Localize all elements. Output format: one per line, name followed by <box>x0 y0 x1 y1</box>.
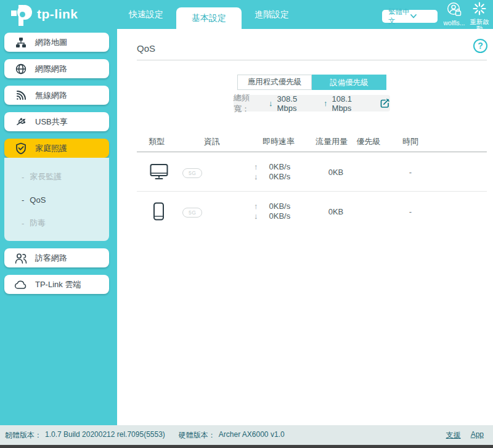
submenu-item-antivirus[interactable]: - 防毒 <box>22 218 109 229</box>
band-badge-label: 5G <box>182 208 202 218</box>
download-rate-value: 0KB/s <box>269 172 291 182</box>
footer-links: 支援 App <box>446 430 484 441</box>
sidebar-item-label: 無線網路 <box>35 90 67 101</box>
phone-icon <box>153 202 165 221</box>
upload-rate-value: 0KB/s <box>269 202 291 211</box>
column-header-time: 時間 <box>402 131 418 152</box>
sidebar: 網路地圖 網際網路 無線網路 <box>0 29 117 425</box>
homecare-submenu: - 家長監護 - QoS - 防毒 <box>4 158 109 241</box>
reboot-label: 重新啟動 <box>468 18 491 32</box>
firmware-version-value: 1.0.7 Build 20200212 rel.7095(5553) <box>45 430 165 441</box>
sidebar-item-internet[interactable]: 網際網路 <box>4 59 109 78</box>
table-header-row: 類型 資訊 即時速率 流量用量 優先級 時間 <box>137 131 487 152</box>
bandwidth-label: 總頻寬： <box>234 92 264 115</box>
sidebar-item-guest-network[interactable]: 訪客網路 <box>4 248 109 267</box>
language-dropdown[interactable]: 繁體中文 <box>382 10 438 23</box>
footer-bar: 韌體版本： 1.0.7 Build 20200212 rel.7095(5553… <box>0 425 493 445</box>
sidebar-item-label: 家庭照護 <box>35 143 67 154</box>
rate-arrows: ↑ ↓ <box>254 162 258 182</box>
time-value: - <box>403 207 418 216</box>
up-arrow-icon: ↑ <box>254 162 258 172</box>
column-header-priority: 優先級 <box>357 131 381 152</box>
download-arrow-icon: ↓ <box>269 99 273 108</box>
tab-device-priority[interactable]: 設備優先級 <box>312 75 386 90</box>
main-content: QoS ? 應用程式優先級 設備優先級 總頻寬： ↓ 308.5 Mbps ↑ … <box>117 29 493 425</box>
rate-values: 0KB/s 0KB/s <box>269 202 291 221</box>
sidebar-item-label: 訪客網路 <box>35 253 67 264</box>
hardware-version-label: 硬體版本： <box>179 430 216 441</box>
sidebar-item-label: TP-Link 雲端 <box>35 279 81 290</box>
app-link[interactable]: App <box>471 430 484 441</box>
page-title: QoS <box>137 43 487 54</box>
main-nav-tabs: 快速設定 基本設定 進階設定 <box>118 0 299 29</box>
reboot-button[interactable]: 重新啟動 <box>467 2 492 33</box>
realtime-rate-cell: ↑ ↓ 0KB/s 0KB/s <box>254 202 290 221</box>
hardware-version: 硬體版本： Archer AX6000 v1.0 <box>179 430 285 441</box>
tp-link-logo-icon <box>10 3 33 26</box>
column-header-realtime-rate: 即時速率 <box>263 131 295 152</box>
upload-rate-value: 0KB/s <box>269 162 291 172</box>
tp-link-logo: tp-link <box>10 3 78 26</box>
submenu-item-qos[interactable]: - QoS <box>22 195 109 205</box>
user-account-button[interactable]: wolfls... <box>440 2 468 26</box>
usb-icon <box>15 116 27 128</box>
priority-mode-tabs: 應用程式優先級 設備優先級 <box>237 75 386 90</box>
toggle-knob <box>389 212 399 222</box>
down-arrow-icon: ↓ <box>254 211 258 221</box>
upload-arrow-icon: ↑ <box>324 99 328 108</box>
firmware-version-label: 韌體版本： <box>5 430 42 441</box>
username-label: wolfls... <box>440 20 468 26</box>
rate-arrows: ↑ ↓ <box>254 202 258 221</box>
table-row: 5G ↑ ↓ 0KB/s 0KB/s 0KB - <box>137 192 487 231</box>
title-divider <box>137 60 487 60</box>
wifi-icon <box>15 90 27 101</box>
upload-bandwidth-value: 108.1 Mbps <box>332 94 372 113</box>
internet-globe-icon <box>15 63 27 75</box>
sidebar-item-tplink-cloud[interactable]: TP-Link 雲端 <box>4 275 109 294</box>
submenu-item-label: 防毒 <box>30 218 46 229</box>
dash-icon: - <box>22 195 24 205</box>
total-bandwidth-bar: 總頻寬： ↓ 308.5 Mbps ↑ 108.1 Mbps <box>234 95 390 112</box>
device-priority-table: 類型 資訊 即時速率 流量用量 優先級 時間 5G ↑ <box>137 131 487 231</box>
toggle-knob <box>389 173 399 182</box>
submenu-item-parental-controls[interactable]: - 家長監護 <box>22 171 109 182</box>
band-badge: 5G <box>182 206 202 217</box>
download-bandwidth-value: 308.5 Mbps <box>277 94 317 113</box>
table-row: 5G ↑ ↓ 0KB/s 0KB/s 0KB - <box>137 152 487 192</box>
bottom-edge-strip <box>0 445 493 448</box>
guest-people-icon <box>15 253 27 264</box>
network-map-icon <box>15 37 27 48</box>
sidebar-item-usb-sharing[interactable]: USB共享 <box>4 112 109 131</box>
time-value: - <box>403 167 418 176</box>
traffic-usage-value: 0KB <box>319 167 352 176</box>
column-header-traffic-usage: 流量用量 <box>316 131 348 152</box>
submenu-item-label: 家長監護 <box>30 171 62 182</box>
realtime-rate-cell: ↑ ↓ 0KB/s 0KB/s <box>254 162 290 182</box>
edit-bandwidth-icon[interactable] <box>380 98 390 108</box>
tab-quick-setup[interactable]: 快速設定 <box>118 0 174 29</box>
language-value: 繁體中文 <box>388 7 410 26</box>
column-header-type: 類型 <box>149 131 165 152</box>
hardware-version-value: Archer AX6000 v1.0 <box>219 430 285 441</box>
reboot-icon <box>473 2 486 15</box>
sidebar-item-wireless[interactable]: 無線網路 <box>4 86 109 105</box>
tab-application-priority[interactable]: 應用程式優先級 <box>237 75 312 90</box>
user-account-icon <box>447 2 462 17</box>
help-icon[interactable]: ? <box>473 39 487 53</box>
sidebar-item-label: USB共享 <box>35 116 68 128</box>
top-header-bar: tp-link 快速設定 基本設定 進階設定 繁體中文 wolfls... <box>0 0 493 29</box>
sidebar-item-homecare[interactable]: 家庭照護 <box>4 139 109 158</box>
tab-basic-settings[interactable]: 基本設定 <box>176 7 242 29</box>
dash-icon: - <box>22 173 24 182</box>
sidebar-item-label: 網路地圖 <box>35 37 67 48</box>
column-header-info: 資訊 <box>204 131 220 152</box>
computer-icon <box>150 163 168 180</box>
shield-check-icon <box>15 142 27 155</box>
submenu-item-label: QoS <box>30 195 46 205</box>
download-rate-value: 0KB/s <box>269 211 291 221</box>
sidebar-item-network-map[interactable]: 網路地圖 <box>4 33 109 52</box>
tab-advanced-settings[interactable]: 進階設定 <box>244 0 299 29</box>
chevron-down-icon <box>410 14 433 18</box>
support-link[interactable]: 支援 <box>446 430 461 441</box>
firmware-version: 韌體版本： 1.0.7 Build 20200212 rel.7095(5553… <box>5 430 165 441</box>
